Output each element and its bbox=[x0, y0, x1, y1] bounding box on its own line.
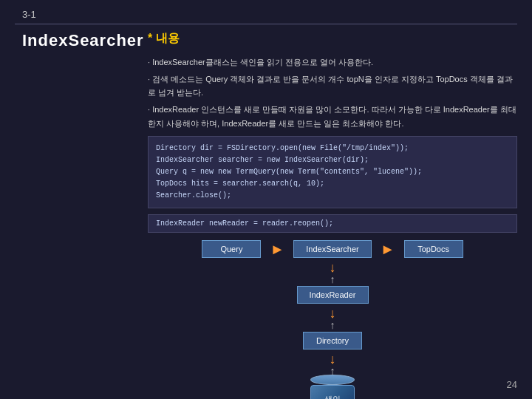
arrow-down-icon-1: ↓ bbox=[330, 261, 336, 274]
code-block-2: IndexReader newReader = reader.reopen(); bbox=[148, 214, 517, 233]
slide-number: 3-1 bbox=[22, 9, 36, 20]
code-line-2: IndexSearcher searcher = new IndexSearch… bbox=[156, 154, 509, 166]
cylinder-body: 색인 bbox=[310, 385, 355, 399]
diagram-row-3: Directory bbox=[303, 332, 362, 349]
code-line-4: TopDocs hits = searcher.search(q, 10); bbox=[156, 178, 509, 190]
directory-box: Directory bbox=[303, 332, 362, 349]
index-label: 색인 bbox=[324, 394, 341, 399]
page-title: IndexSearcher bbox=[22, 31, 144, 50]
bullet-2: 검색 메소드는 Query 객체와 결과로 반을 문서의 개수 topN을 인자… bbox=[148, 72, 517, 100]
bullet-1: IndexSearcher클래스는 색인을 읽기 전용으로 열어 사용한다. bbox=[148, 55, 517, 69]
index-reader-box: IndexReader bbox=[297, 286, 369, 304]
code-line-5: Searcher.close(); bbox=[156, 190, 509, 202]
arrow-down-icon-3: ↓ bbox=[330, 352, 336, 366]
index-searcher-box: IndexSearcher bbox=[293, 240, 372, 258]
top-docs-box: TopDocs bbox=[404, 240, 463, 258]
top-divider bbox=[15, 24, 517, 24]
cylinder-top-ellipse bbox=[310, 375, 355, 385]
bullet-3: IndexReader 인스턴스를 새로 만들때 자원을 많이 소모한다. 따라… bbox=[148, 103, 517, 130]
section-title: * 내용 bbox=[148, 31, 180, 47]
arrow-up-icon-1: ↑ bbox=[330, 274, 335, 284]
content-area: IndexSearcher클래스는 색인을 읽기 전용으로 열어 사용한다. 검… bbox=[148, 55, 517, 384]
code-line-1: Directory dir = FSDirectory.open(new Fil… bbox=[156, 143, 509, 154]
code-block-1: Directory dir = FSDirectory.open(new Fil… bbox=[148, 136, 517, 208]
arrow-right-1: ► bbox=[270, 241, 284, 258]
arrow-right-2: ► bbox=[381, 241, 395, 258]
diagram-row-top: Query ► IndexSearcher ► TopDocs bbox=[202, 240, 463, 258]
cylinder-container: 색인 bbox=[307, 381, 358, 399]
arrow-down-up-1: ↓ ↑ bbox=[330, 261, 336, 284]
arrow-down-up-3: ↓ ↑ bbox=[330, 352, 336, 376]
arrow-down-icon-2: ↓ bbox=[330, 307, 336, 320]
query-box: Query bbox=[202, 240, 261, 258]
diagram: Query ► IndexSearcher ► TopDocs ↓ ↑ Inde… bbox=[148, 240, 517, 399]
arrow-up-icon-2: ↑ bbox=[330, 320, 335, 330]
page-number: 24 bbox=[507, 379, 517, 390]
diagram-row-2: IndexReader bbox=[297, 286, 369, 304]
code-line-3: Query q = new new TermQuery(new Term("co… bbox=[156, 166, 509, 178]
arrow-down-up-2: ↓ ↑ bbox=[330, 307, 336, 330]
